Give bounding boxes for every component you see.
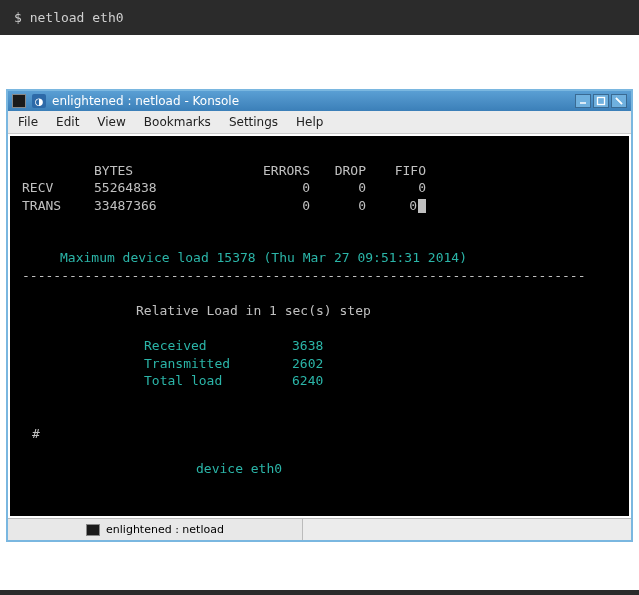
terminal-app-icon — [12, 94, 26, 108]
bottom-shell-block: $ sudo apt-get install netdiag — [0, 590, 639, 595]
window-shade-icon[interactable]: ◑ — [32, 94, 46, 108]
header-errors: ERRORS — [214, 162, 310, 180]
relative-value: 6240 — [292, 372, 352, 390]
window-title: enlightened : netload - Konsole — [52, 94, 575, 108]
svg-rect-1 — [598, 98, 605, 105]
menu-settings[interactable]: Settings — [229, 115, 278, 129]
menu-edit[interactable]: Edit — [56, 115, 79, 129]
maximize-button[interactable] — [593, 94, 609, 108]
table-header-row: BYTESERRORSDROPFIFO — [16, 162, 623, 180]
row-label: TRANS — [16, 197, 94, 215]
cursor-icon — [418, 199, 426, 213]
device-line: device eth0 — [16, 460, 623, 478]
shell-command: netload eth0 — [30, 10, 124, 25]
minimize-button[interactable] — [575, 94, 591, 108]
header-drop: DROP — [310, 162, 366, 180]
row-drop: 0 — [310, 179, 366, 197]
row-errors: 0 — [214, 197, 310, 215]
row-drop: 0 — [310, 197, 366, 215]
titlebar[interactable]: ◑ enlightened : netload - Konsole — [8, 91, 631, 111]
relative-load-title: Relative Load in 1 sec(s) step — [16, 302, 623, 320]
menu-help[interactable]: Help — [296, 115, 323, 129]
divider-dashes: ----------------------------------------… — [16, 267, 623, 285]
row-label: RECV — [16, 179, 94, 197]
terminal-tab-icon — [86, 524, 100, 536]
menubar: File Edit View Bookmarks Settings Help — [8, 111, 631, 134]
status-tab[interactable]: enlightened : netload — [8, 519, 303, 540]
header-bytes: BYTES — [94, 162, 214, 180]
relative-label: Transmitted — [144, 355, 292, 373]
relative-value: 3638 — [292, 337, 352, 355]
menu-file[interactable]: File — [18, 115, 38, 129]
statusbar: enlightened : netload — [8, 518, 631, 540]
relative-row: Transmitted2602 — [16, 355, 623, 373]
row-fifo: 0 — [366, 197, 426, 215]
top-shell-block: $ netload eth0 — [0, 0, 639, 35]
row-errors: 0 — [214, 179, 310, 197]
status-tab-label: enlightened : netload — [106, 523, 224, 536]
table-row: RECV55264838000 — [16, 179, 623, 197]
relative-value: 2602 — [292, 355, 352, 373]
window-controls — [575, 94, 627, 108]
terminal-output[interactable]: BYTESERRORSDROPFIFORECV55264838000TRANS3… — [10, 136, 629, 516]
relative-row: Total load6240 — [16, 372, 623, 390]
hash-prompt: # — [16, 425, 623, 443]
header-fifo: FIFO — [366, 162, 426, 180]
row-bytes: 33487366 — [94, 197, 214, 215]
svg-line-3 — [616, 98, 622, 104]
menu-view[interactable]: View — [97, 115, 125, 129]
close-button[interactable] — [611, 94, 627, 108]
row-fifo: 0 — [366, 179, 426, 197]
relative-row: Received3638 — [16, 337, 623, 355]
relative-label: Total load — [144, 372, 292, 390]
menu-bookmarks[interactable]: Bookmarks — [144, 115, 211, 129]
shell-prompt: $ — [14, 10, 22, 25]
relative-label: Received — [144, 337, 292, 355]
max-load-line: Maximum device load 15378 (Thu Mar 27 09… — [16, 249, 623, 267]
konsole-window: ◑ enlightened : netload - Konsole File E… — [6, 89, 633, 542]
table-row: TRANS33487366000 — [16, 197, 623, 215]
row-bytes: 55264838 — [94, 179, 214, 197]
